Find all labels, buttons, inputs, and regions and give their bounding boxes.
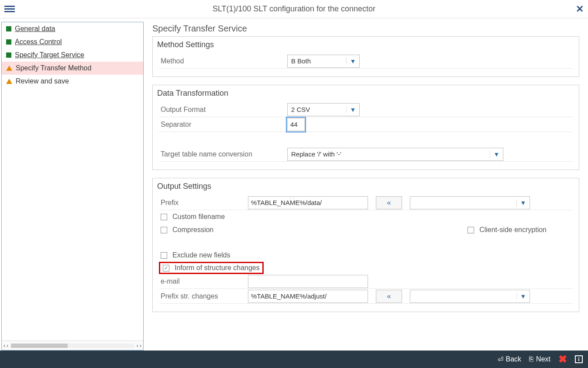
status-done-icon [6, 26, 11, 31]
sidebar-item-access-control[interactable]: Access Control [2, 35, 143, 49]
scroll-left-icon[interactable]: ‹ › [3, 343, 8, 349]
separator-label: Separator [161, 121, 287, 128]
inform-structure-checkbox[interactable]: ✓ [163, 265, 169, 271]
close-icon[interactable]: ✕ [576, 3, 584, 15]
method-settings-panel: Method Settings Method B Both ▼ [152, 36, 579, 77]
back-button[interactable]: ⏎ Back [498, 355, 522, 364]
prefix-str-label: Prefix str. changes [161, 292, 248, 300]
main-content: ⋮⋮ Specify Transfer Service Method Setti… [144, 18, 588, 351]
splitter-handle-icon[interactable]: ⋮⋮ [288, 197, 295, 201]
wizard-sidebar: General data Access Control Specify Targ… [1, 22, 144, 351]
panel-title: Output Settings [153, 178, 579, 194]
chevron-down-icon: ▼ [490, 151, 503, 158]
select-value: Replace '/' with '-' [288, 150, 490, 158]
top-bar: SLT(1)/100 SLT configuration for the con… [0, 0, 588, 18]
separator-input[interactable] [287, 118, 305, 131]
output-format-select[interactable]: 2 CSV ▼ [287, 103, 360, 116]
sidebar-item-specify-transfer-method[interactable]: Specify Transfer Method [2, 62, 143, 75]
client-encryption-checkbox[interactable] [468, 227, 474, 233]
double-chevron-left-icon: « [387, 199, 391, 207]
output-format-label: Output Format [161, 106, 287, 114]
chevron-down-icon: ▼ [346, 58, 359, 65]
status-warn-icon [6, 66, 12, 71]
inform-structure-highlight: ✓ Inform of structure changes [159, 262, 264, 274]
return-icon: ⏎ [498, 355, 503, 364]
sidebar-item-specify-target-service[interactable]: Specify Target Service [2, 49, 143, 62]
compression-label: Compression [172, 226, 213, 234]
exclude-new-fields-checkbox[interactable] [161, 252, 167, 259]
custom-filename-label: Custom filename [172, 213, 225, 221]
compression-checkbox[interactable] [161, 227, 167, 233]
select-value: 2 CSV [288, 106, 346, 113]
exclude-new-fields-label: Exclude new fields [172, 251, 230, 259]
scrollbar-track[interactable] [11, 344, 134, 348]
prefix-input[interactable] [248, 196, 368, 209]
footer-bar: ⏎ Back ⎘ Next ✖ i [0, 351, 588, 368]
prefix-str-select[interactable]: ▼ [410, 290, 530, 303]
status-done-icon [6, 39, 11, 45]
chevron-down-icon: ▼ [346, 106, 359, 113]
sidebar-item-label: General data [15, 25, 55, 33]
email-input[interactable] [248, 275, 368, 288]
data-transformation-panel: Data Transformation Output Format 2 CSV … [152, 85, 579, 170]
sidebar-item-general-data[interactable]: General data [2, 22, 143, 35]
status-warn-icon [6, 79, 12, 84]
scrollbar-thumb[interactable] [11, 344, 68, 348]
panel-title: Data Transformation [153, 85, 579, 101]
info-button[interactable]: i [575, 355, 583, 363]
method-label: Method [161, 57, 287, 65]
sidebar-item-label: Specify Transfer Method [16, 64, 91, 72]
scroll-right-icon[interactable]: ‹ › [137, 343, 141, 349]
sidebar-scrollbar[interactable]: ‹ › ‹ › [2, 340, 143, 350]
page-title: Specify Transfer Service [152, 24, 579, 34]
cancel-button[interactable]: ✖ [558, 353, 567, 365]
cancel-x-icon: ✖ [558, 353, 567, 365]
hamburger-icon[interactable] [4, 4, 15, 14]
select-value: B Both [288, 57, 346, 65]
output-settings-panel: Output Settings Prefix « ▼ Custo [152, 178, 579, 312]
sidebar-item-label: Access Control [15, 38, 62, 46]
info-icon: i [575, 355, 583, 363]
back-label: Back [506, 355, 522, 363]
client-encryption-label: Client-side encryption [479, 226, 547, 234]
exit-icon: ⎘ [529, 355, 533, 363]
method-select[interactable]: B Both ▼ [287, 55, 360, 68]
sidebar-item-label: Specify Target Service [15, 51, 84, 59]
status-done-icon [6, 52, 11, 58]
sidebar-item-label: Review and save [16, 77, 69, 85]
custom-filename-checkbox[interactable] [161, 214, 167, 220]
target-table-select[interactable]: Replace '/' with '-' ▼ [287, 148, 503, 161]
target-table-label: Target table name conversion [161, 150, 287, 158]
next-button[interactable]: ⎘ Next [529, 355, 550, 363]
email-label: e-mail [161, 278, 248, 285]
next-label: Next [536, 355, 550, 363]
chevron-down-icon: ▼ [516, 199, 530, 206]
panel-title: Method Settings [153, 37, 579, 52]
prefix-label: Prefix [161, 199, 248, 207]
prefix-select[interactable]: ▼ [410, 196, 530, 209]
prefix-str-input[interactable] [248, 290, 368, 303]
chevron-down-icon: ▼ [516, 293, 530, 300]
inform-structure-label: Inform of structure changes [175, 264, 260, 272]
sidebar-item-review-and-save[interactable]: Review and save [2, 75, 143, 88]
double-chevron-left-icon: « [387, 292, 391, 300]
window-title: SLT(1)/100 SLT configuration for the con… [0, 4, 588, 14]
rewind-button-2[interactable]: « [376, 290, 402, 303]
rewind-button[interactable]: « [376, 196, 402, 209]
